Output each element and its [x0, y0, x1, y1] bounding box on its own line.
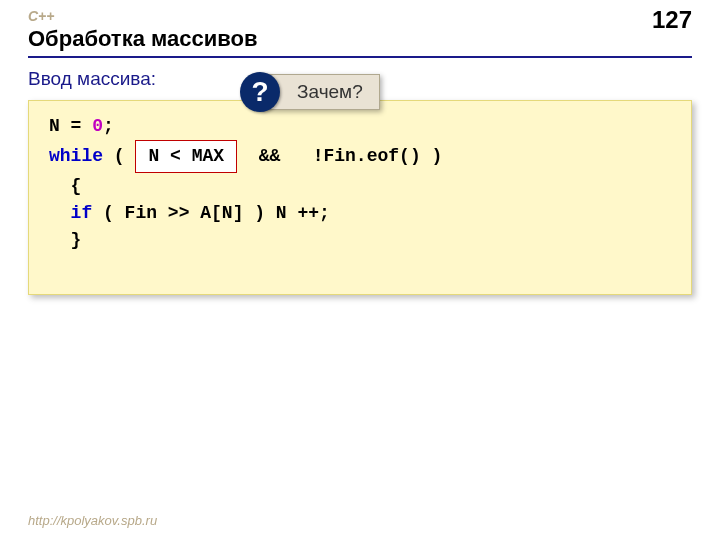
condition-box: N < MAX [135, 140, 237, 173]
question-callout: ? Зачем? [240, 72, 380, 112]
indent [49, 203, 71, 223]
page-number: 127 [652, 6, 692, 34]
lang-label: C++ [28, 8, 692, 24]
footer-url: http://kpolyakov.spb.ru [28, 513, 157, 528]
eq: = [60, 116, 92, 136]
rest-cond: && !Fin.eof() ) [237, 146, 442, 166]
kw-if: if [71, 203, 93, 223]
code-line-4: if ( Fin >> A[N] ) N ++; [49, 200, 671, 227]
kw-while: while [49, 146, 103, 166]
var-n: N [49, 116, 60, 136]
literal-zero: 0 [92, 116, 103, 136]
if-body: ( Fin >> A[N] ) N ++; [92, 203, 330, 223]
question-icon: ? [240, 72, 280, 112]
code-line-5: } [49, 227, 671, 254]
title-divider [28, 56, 692, 58]
code-line-1: N = 0; [49, 113, 671, 140]
code-block: N = 0; while ( N < MAX && !Fin.eof() ) {… [28, 100, 692, 295]
page-title: Обработка массивов [28, 26, 692, 52]
code-line-2: while ( N < MAX && !Fin.eof() ) [49, 140, 671, 173]
semicolon: ; [103, 116, 114, 136]
paren-open: ( [103, 146, 135, 166]
code-line-3: { [49, 173, 671, 200]
